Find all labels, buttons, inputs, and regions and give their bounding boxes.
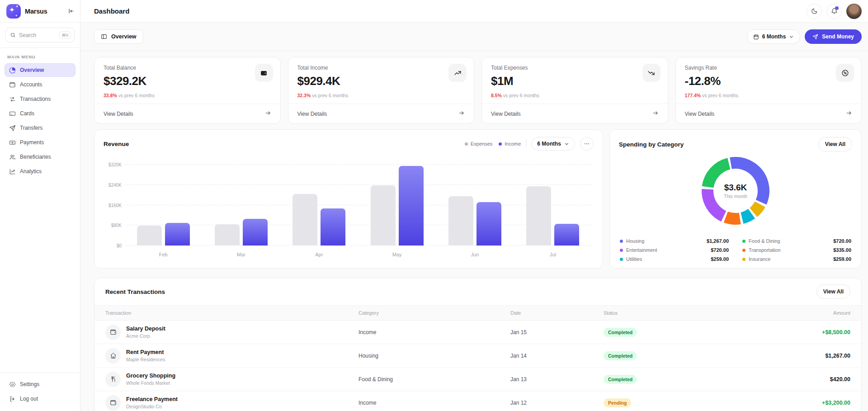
period-dropdown[interactable]: 6 Months <box>747 29 801 44</box>
credit-card-icon <box>9 110 16 117</box>
tab-overview[interactable]: Overview <box>94 29 143 44</box>
stat-delta: 177.4% vs prev 6 months <box>685 93 853 98</box>
view-details-link[interactable]: View Details <box>94 104 280 123</box>
bar-group-may <box>358 160 436 246</box>
x-axis-tick: Jul <box>514 252 592 257</box>
send-money-button[interactable]: Send Money <box>805 29 862 44</box>
sidebar-item-analytics[interactable]: Analytics <box>5 165 75 178</box>
legend-dot <box>742 240 745 243</box>
stat-card-savings-rate: Savings Rate -12.8% 177.4% vs prev 6 mon… <box>675 57 862 124</box>
transaction-date: Jan 12 <box>510 400 604 406</box>
legend-dot <box>620 249 623 252</box>
transaction-amount: +$8,500.00 <box>774 329 850 335</box>
bar-expenses-feb[interactable] <box>137 226 162 246</box>
bar-income-jun[interactable] <box>476 202 501 246</box>
wallet-icon <box>105 325 121 340</box>
sidebar-item-settings[interactable]: Settings <box>5 378 75 391</box>
divider <box>526 140 526 148</box>
sidebar-header: ✦ ✦ ✦ Marsus <box>0 0 80 23</box>
bar-expenses-apr[interactable] <box>292 194 317 246</box>
badge-percent-icon <box>836 64 854 82</box>
transactions-view-all-button[interactable]: View All <box>816 284 850 299</box>
transaction-category: Income <box>359 400 510 406</box>
user-avatar[interactable] <box>846 4 862 19</box>
column-header-transaction: Transaction <box>105 310 359 316</box>
sidebar-item-payments[interactable]: Payments <box>5 136 75 149</box>
transactions-header: Recent Transactions View All <box>94 278 861 305</box>
spending-legend: Housing$1,267.00Food & Dining$720.00Ente… <box>619 238 852 262</box>
sidebar-item-label: Cards <box>20 110 34 117</box>
legend-dot <box>742 249 745 252</box>
view-details-link[interactable]: View Details <box>288 104 474 123</box>
charts-row: Revenue ExpensesIncome 6 Months <box>94 129 862 269</box>
bar-expenses-jun[interactable] <box>448 196 473 246</box>
legend-amount: $335.00 <box>833 247 851 253</box>
pie-chart-icon <box>9 67 16 74</box>
stat-delta: 32.3% vs prev 6 months <box>297 93 465 98</box>
revenue-period-dropdown[interactable]: 6 Months <box>531 137 575 151</box>
table-row[interactable]: Salary Deposit Acme Corp Income Jan 15 C… <box>94 321 861 344</box>
bar-expenses-mar[interactable] <box>215 224 240 246</box>
bar-income-feb[interactable] <box>165 223 190 246</box>
sidebar-section-label: MAIN MENU <box>0 48 80 62</box>
sidebar-item-overview[interactable]: Overview <box>5 63 75 77</box>
legend-amount: $720.00 <box>711 247 729 253</box>
bar-income-apr[interactable] <box>321 208 345 246</box>
logout-icon <box>9 396 16 402</box>
spending-card: Spending by Category View All $3.6K This… <box>609 129 862 269</box>
arrows-swap-icon <box>9 96 16 103</box>
search-input[interactable]: Search ⌘K <box>5 28 75 43</box>
notifications-button[interactable] <box>826 4 842 19</box>
donut-total: $3.6K <box>724 183 747 193</box>
dark-mode-button[interactable] <box>807 4 822 19</box>
utensils-icon <box>105 372 121 387</box>
spending-view-all-button[interactable]: View All <box>818 137 852 151</box>
y-axis-tick: $0 <box>104 243 122 248</box>
table-row[interactable]: Grocery Shopping Whole Foods Market Food… <box>94 368 861 391</box>
arrow-right-icon <box>458 110 465 118</box>
stat-value: $1M <box>491 74 659 88</box>
transaction-company: Whole Foods Market <box>126 380 175 386</box>
column-header-category: Category <box>359 310 510 316</box>
sidebar-item-label: Payments <box>20 139 44 146</box>
stat-delta: 33.8% vs prev 6 months <box>104 93 271 98</box>
view-details-link[interactable]: View Details <box>676 104 862 123</box>
sidebar-collapse-icon[interactable] <box>68 8 75 14</box>
legend-dot <box>742 258 745 261</box>
stat-label: Total Income <box>297 65 465 71</box>
spending-donut-chart: $3.6K This month <box>700 155 771 227</box>
revenue-period-value: 6 Months <box>537 141 561 147</box>
table-row[interactable]: Freelance Payment DesignStudio Co Income… <box>94 391 861 411</box>
revenue-card: Revenue ExpensesIncome 6 Months <box>94 129 603 269</box>
x-axis-tick: Feb <box>124 252 202 257</box>
bar-group-feb <box>124 160 202 246</box>
panel-left-icon <box>101 33 107 40</box>
stat-value: -12.8% <box>685 74 853 88</box>
transactions-title: Recent Transactions <box>105 288 165 295</box>
stat-card-total-income: Total Income $929.4K 32.3% vs prev 6 mon… <box>288 57 475 124</box>
stats-row: Total Balance $329.2K 33.8% vs prev 6 mo… <box>94 57 862 124</box>
sidebar-item-cards[interactable]: Cards <box>5 107 75 120</box>
bar-income-mar[interactable] <box>243 219 268 246</box>
sidebar-item-transfers[interactable]: Transfers <box>5 121 75 135</box>
bar-income-jul[interactable] <box>554 224 579 246</box>
sidebar-item-transactions[interactable]: Transactions <box>5 92 75 106</box>
spending-legend-item-utilities: Utilities$259.00 <box>620 256 729 262</box>
revenue-legend: ExpensesIncome <box>465 141 521 146</box>
bar-expenses-may[interactable] <box>371 185 396 246</box>
transaction-amount: +$3,200.00 <box>774 400 850 406</box>
users-icon <box>9 154 16 161</box>
sidebar-item-logout[interactable]: Log out <box>5 392 75 406</box>
chart-line-icon <box>9 168 16 175</box>
send-icon <box>812 34 818 40</box>
search-shortcut: ⌘K <box>59 31 71 39</box>
page-title: Dashboard <box>94 7 129 15</box>
spending-title: Spending by Category <box>619 141 684 148</box>
revenue-menu-button[interactable] <box>580 137 594 151</box>
sidebar-item-accounts[interactable]: Accounts <box>5 78 75 91</box>
sidebar-item-beneficiaries[interactable]: Beneficiaries <box>5 150 75 164</box>
bar-expenses-jul[interactable] <box>526 186 551 246</box>
bar-income-may[interactable] <box>399 166 424 246</box>
table-row[interactable]: Rent Payment Maple Residences Housing Ja… <box>94 344 861 368</box>
view-details-link[interactable]: View Details <box>482 104 668 123</box>
